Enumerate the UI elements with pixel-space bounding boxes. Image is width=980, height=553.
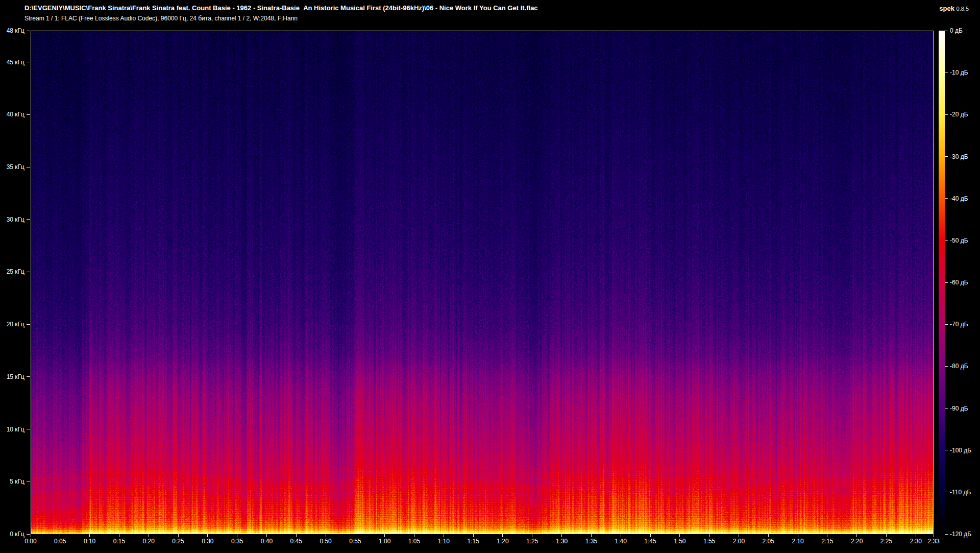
time-tick [60, 534, 60, 537]
freq-tick-label: 35 кГц [0, 163, 24, 171]
time-tick [532, 534, 532, 537]
time-tick-label: 0:00 [19, 538, 42, 545]
time-tick-label: 1:35 [579, 538, 603, 545]
time-tick [934, 534, 934, 537]
time-tick-label: 2:00 [727, 538, 750, 545]
time-tick-label: 2:33 [922, 538, 945, 545]
time-tick-label: 1:45 [639, 538, 662, 545]
time-tick-label: 0:40 [255, 538, 278, 545]
db-tick [945, 450, 948, 450]
db-tick-label: -90 дБ [950, 405, 968, 412]
freq-tick-label: 25 кГц [0, 268, 24, 275]
app-version: 0.8.5 [957, 6, 969, 12]
time-tick-label: 2:15 [816, 538, 839, 545]
freq-tick [27, 376, 30, 377]
freq-tick [27, 429, 30, 429]
time-tick [326, 534, 326, 537]
freq-tick-label: 0 кГц [0, 531, 24, 538]
db-tick [945, 198, 948, 199]
db-tick [945, 31, 948, 31]
time-tick-label: 1:00 [373, 538, 397, 545]
freq-tick [27, 482, 30, 482]
time-tick-label: 0:05 [48, 538, 72, 545]
time-tick-label: 0:30 [196, 538, 219, 545]
time-tick [89, 534, 90, 537]
time-tick-label: 1:40 [609, 538, 632, 545]
time-tick [709, 534, 709, 537]
time-tick [591, 534, 592, 537]
app-version-badge: spek 0.8.5 [939, 5, 969, 12]
freq-tick-label: 30 кГц [0, 216, 24, 223]
db-tick [945, 492, 948, 492]
db-tick [945, 156, 948, 157]
db-tick-label: -40 дБ [950, 195, 968, 202]
time-tick [502, 534, 503, 537]
app-name: spek [939, 5, 954, 12]
time-tick [31, 534, 31, 537]
time-tick [355, 534, 355, 537]
db-tick-label: -50 дБ [950, 237, 968, 244]
time-tick-label: 0:45 [284, 538, 308, 545]
time-tick [119, 534, 119, 537]
freq-tick-label: 10 кГц [0, 426, 24, 433]
db-tick-label: -20 дБ [950, 111, 968, 118]
time-tick-label: 1:55 [698, 538, 721, 545]
freq-tick [27, 62, 30, 62]
time-tick [444, 534, 444, 537]
time-tick [679, 534, 680, 537]
time-tick [798, 534, 798, 537]
db-tick-label: -100 дБ [950, 447, 971, 454]
time-tick-label: 0:55 [344, 538, 367, 545]
time-tick [561, 534, 562, 537]
time-tick [266, 534, 267, 537]
time-tick-label: 2:05 [756, 538, 780, 545]
time-tick [149, 534, 149, 537]
db-tick-label: -30 дБ [950, 153, 968, 160]
db-tick-label: -110 дБ [950, 489, 971, 496]
freq-tick-label: 15 кГц [0, 373, 24, 380]
db-tick [945, 366, 948, 367]
db-tick [945, 240, 948, 241]
time-tick-label: 2:10 [786, 538, 810, 545]
freq-tick-label: 45 кГц [0, 59, 24, 66]
freq-tick-label: 40 кГц [0, 111, 24, 118]
db-tick [945, 282, 948, 283]
time-tick [886, 534, 887, 537]
time-tick-label: 2:20 [845, 538, 869, 545]
time-tick-label: 1:50 [668, 538, 692, 545]
freq-tick [27, 167, 30, 167]
time-tick-label: 1:30 [550, 538, 574, 545]
db-tick-label: 0 дБ [950, 27, 963, 34]
time-tick-label: 0:15 [107, 538, 131, 545]
time-tick [621, 534, 621, 537]
time-tick [856, 534, 857, 537]
time-tick [768, 534, 769, 537]
spectrogram-canvas [31, 31, 933, 534]
time-tick-label: 0:20 [137, 538, 160, 545]
time-tick [178, 534, 179, 537]
db-tick [945, 408, 948, 408]
time-tick [650, 534, 651, 537]
time-tick-label: 2:25 [875, 538, 898, 545]
freq-tick-label: 20 кГц [0, 321, 24, 328]
time-tick [207, 534, 208, 537]
stream-info: Stream 1 / 1: FLAC (Free Lossless Audio … [24, 15, 298, 22]
time-tick [827, 534, 827, 537]
time-tick-label: 1:20 [491, 538, 514, 545]
time-tick [237, 534, 237, 537]
freq-tick [27, 114, 30, 115]
db-tick-label: -70 дБ [950, 321, 968, 328]
file-path: D:\EVGENIY\MUSIC\Frank Sinatra\Frank Sin… [24, 4, 538, 12]
freq-tick-label: 5 кГц [0, 478, 24, 485]
db-tick [945, 534, 948, 535]
colorbar [939, 31, 945, 534]
db-tick [945, 73, 948, 73]
time-tick-label: 0:50 [314, 538, 337, 545]
time-tick-label: 1:05 [403, 538, 426, 545]
time-tick [739, 534, 739, 537]
time-tick [473, 534, 474, 537]
time-tick-label: 1:10 [432, 538, 455, 545]
freq-tick [27, 272, 30, 272]
time-tick-label: 0:10 [78, 538, 102, 545]
db-tick-label: -80 дБ [950, 363, 968, 370]
